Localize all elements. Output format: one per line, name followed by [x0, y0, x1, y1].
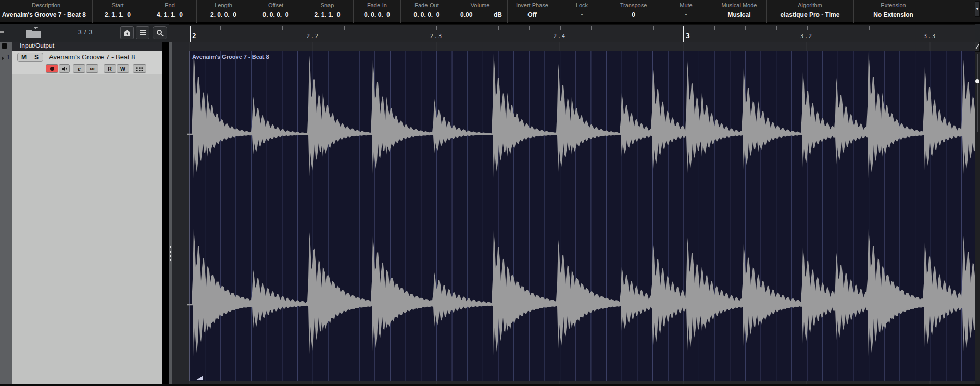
info-label-mute: Mute: [660, 2, 712, 8]
audio-event-label: Avenaim's Groove 7 - Beat 8: [192, 54, 269, 60]
write-automation-button[interactable]: W: [117, 64, 129, 73]
ruler-tick: [931, 26, 931, 30]
info-field-lock[interactable]: Lock-: [557, 0, 607, 23]
ruler-tick: [282, 26, 283, 30]
info-field-transpose[interactable]: Transpose0: [607, 0, 660, 23]
info-value-algorithm[interactable]: elastique Pro - Time: [767, 11, 853, 18]
info-label-lock: Lock: [557, 2, 607, 8]
info-field-snap[interactable]: Snap2. 1. 1. 0: [301, 0, 354, 23]
record-icon: [50, 67, 54, 71]
ruler-beat-label: 2.2: [307, 33, 319, 39]
ruler-tick: [714, 26, 715, 30]
read-automation-button[interactable]: R: [104, 64, 116, 73]
info-field-offset[interactable]: Offset0. 0. 0. 0: [250, 0, 301, 23]
ruler-tick: [591, 26, 592, 30]
ruler-bar-line: [683, 26, 684, 42]
speaker-icon: [61, 66, 68, 72]
info-field-end[interactable]: End4. 1. 1. 0: [143, 0, 197, 23]
zoom-slider-knob[interactable]: [975, 79, 979, 83]
info-label-fade_out: Fade-Out: [401, 2, 453, 8]
waveform-canvas[interactable]: Avenaim's Groove 7 - Beat 8: [172, 42, 975, 384]
ruler-tick: [838, 26, 838, 30]
info-field-invert_phase[interactable]: Invert PhaseOff: [508, 0, 557, 23]
edit-channel-button[interactable]: e: [73, 64, 85, 73]
info-field-fade_out[interactable]: Fade-Out0. 0. 0. 0: [401, 0, 453, 23]
mute-button[interactable]: M: [18, 53, 30, 61]
lanes-button[interactable]: [133, 64, 146, 73]
ruler-tick: [653, 26, 654, 30]
info-value-end[interactable]: 4. 1. 1. 0: [143, 11, 196, 18]
info-value-invert_phase[interactable]: Off: [508, 11, 557, 18]
ruler-tick: [962, 26, 962, 30]
search-icon[interactable]: [153, 26, 167, 39]
ruler-tick: [313, 26, 313, 30]
info-label-end: End: [143, 2, 196, 8]
info-value-fade_out[interactable]: 0. 0. 0. 0: [401, 11, 453, 18]
info-label-length: Length: [197, 2, 250, 8]
info-value-volume[interactable]: 0.00dB: [453, 11, 507, 18]
io-column-header: Input/Output: [12, 42, 162, 51]
info-value-transpose[interactable]: 0: [607, 11, 660, 18]
info-field-volume[interactable]: Volume0.00dB: [453, 0, 508, 23]
info-value-text: Avenaim's Groove 7 - Beat 8: [2, 11, 86, 18]
info-value-lock[interactable]: -: [557, 11, 607, 18]
record-enable-button[interactable]: [46, 64, 58, 73]
info-value-fade_in[interactable]: 0. 0. 0. 0: [354, 11, 400, 18]
info-value-musical_mode[interactable]: Musical: [712, 11, 766, 18]
zoom-tool-icon[interactable]: [975, 42, 980, 52]
info-field-length[interactable]: Length2. 0. 0. 0: [197, 0, 250, 23]
info-label-volume: Volume: [453, 2, 507, 8]
fade-handle-icon[interactable]: [196, 376, 203, 380]
info-value-extension[interactable]: No Extension: [854, 11, 933, 18]
stereo-waveform: [172, 42, 975, 384]
track-list: M S Avenaim's Groove 7 - Beat 8 e ∞ R W: [12, 51, 162, 384]
list-icon[interactable]: [136, 26, 149, 39]
info-field-algorithm[interactable]: Algorithmelastique Pro - Time: [767, 0, 854, 23]
ruler-bar-line: [190, 26, 191, 42]
info-filler: [933, 0, 980, 22]
home-icon[interactable]: [120, 26, 134, 39]
info-field-mute[interactable]: Mute-: [660, 0, 712, 23]
track-type-icon: [2, 56, 4, 60]
solo-button[interactable]: S: [30, 53, 43, 61]
ruler-tick: [406, 26, 406, 30]
waveform-channel-2: [187, 229, 975, 357]
open-editor-icon[interactable]: [24, 27, 45, 39]
ruler-bar-label: 2: [192, 32, 196, 40]
select-all-icon[interactable]: [2, 43, 7, 49]
ruler-options-arrow-icon[interactable]: ▼: [975, 1, 980, 17]
zoom-slider-track[interactable]: [977, 54, 978, 132]
info-field-fade_in[interactable]: Fade-In0. 0. 0. 0: [354, 0, 401, 23]
track-row[interactable]: M S Avenaim's Groove 7 - Beat 8 e ∞ R W: [12, 51, 162, 74]
ruler-tick: [252, 26, 252, 30]
ruler-tick: [807, 26, 808, 30]
info-value-mute[interactable]: -: [660, 11, 712, 18]
bars-beats-ruler[interactable]: 22.22.32.433.23.3: [169, 24, 975, 42]
info-label-fade_in: Fade-In: [354, 2, 400, 8]
info-field-musical_mode[interactable]: Musical ModeMusical: [712, 0, 767, 23]
info-value-offset[interactable]: 0. 0. 0. 0: [250, 11, 301, 18]
ruler-tick: [776, 26, 777, 30]
info-value-snap[interactable]: 2. 1. 1. 0: [301, 11, 353, 18]
ruler-beat-label: 2.3: [430, 33, 443, 39]
monitor-button[interactable]: [59, 64, 70, 73]
ruler-tick: [869, 26, 870, 30]
info-unit-volume: dB: [494, 11, 502, 18]
info-field-extension[interactable]: ExtensionNo Extension: [854, 0, 933, 23]
info-value-length[interactable]: 2. 0. 0. 0: [197, 11, 250, 18]
ruler-tick: [498, 26, 499, 30]
panel-divider: [162, 42, 169, 384]
ruler-bar-label: 3: [686, 32, 690, 40]
ruler-tick: [375, 26, 375, 30]
track-name[interactable]: Avenaim's Groove 7 - Beat 8: [49, 53, 135, 61]
link-button[interactable]: ∞: [86, 64, 98, 73]
info-field-description[interactable]: DescriptionAvenaim's Groove 7 - Beat 8: [0, 0, 93, 23]
vertical-zoom-column[interactable]: [975, 42, 980, 384]
info-value-start[interactable]: 2. 1. 1. 0: [93, 11, 143, 18]
info-label-description: Description: [0, 2, 92, 8]
window-bottom-edge: [0, 384, 980, 386]
editor-toolbar-strip: 3 / 3 22.22.32.433.23.3: [0, 24, 980, 42]
info-field-start[interactable]: Start2. 1. 1. 0: [93, 0, 143, 23]
ruler-tick: [745, 26, 746, 30]
overlap-dash-icon[interactable]: [0, 31, 4, 33]
